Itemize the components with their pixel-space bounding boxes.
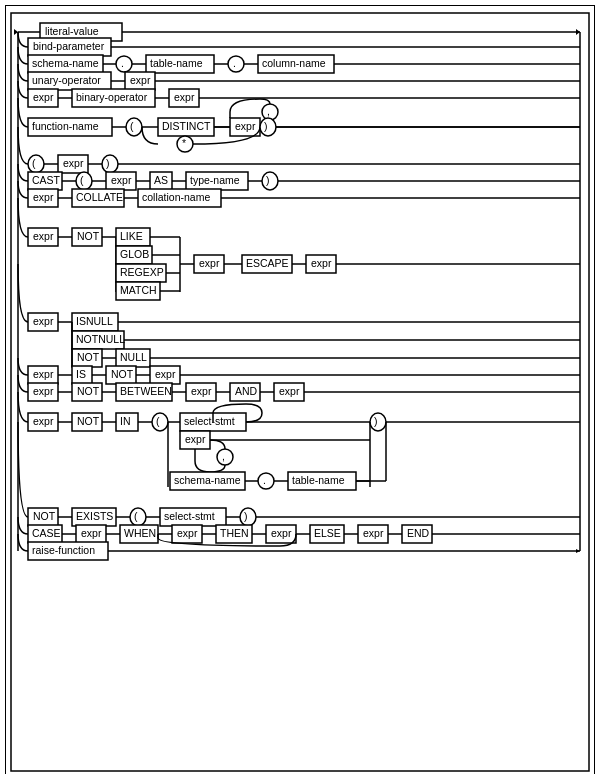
svg-text:NOT: NOT	[77, 351, 100, 363]
svg-rect-48	[260, 118, 276, 136]
svg-text:NULL: NULL	[120, 351, 147, 363]
svg-text:THEN: THEN	[220, 527, 249, 539]
svg-text:select-stmt: select-stmt	[164, 510, 215, 522]
svg-text:type-name: type-name	[190, 174, 240, 186]
svg-text:NOT: NOT	[77, 415, 100, 427]
svg-text:IN: IN	[120, 415, 131, 427]
svg-text:expr: expr	[279, 385, 300, 397]
svg-text:expr: expr	[174, 91, 195, 103]
svg-rect-35	[126, 118, 142, 136]
svg-text:NOT: NOT	[77, 385, 100, 397]
svg-text:.: .	[263, 474, 266, 486]
svg-rect-205	[130, 508, 146, 526]
svg-text:expr: expr	[191, 385, 212, 397]
svg-text:expr: expr	[235, 120, 256, 132]
svg-text:NOTNULL: NOTNULL	[76, 333, 125, 345]
svg-text:expr: expr	[155, 368, 176, 380]
column-name-label: column-name	[262, 57, 326, 69]
svg-text:expr: expr	[271, 527, 292, 539]
svg-text:(: (	[130, 120, 134, 132]
svg-text:expr: expr	[33, 191, 54, 203]
svg-rect-63	[76, 172, 92, 190]
svg-point-14	[228, 56, 244, 72]
svg-point-184	[258, 473, 274, 489]
svg-rect-172	[152, 413, 168, 431]
svg-rect-190	[370, 413, 386, 431]
svg-text:ELSE: ELSE	[314, 527, 341, 539]
svg-text:END: END	[407, 527, 430, 539]
svg-text:expr: expr	[63, 157, 84, 169]
svg-text:EXISTS: EXISTS	[76, 510, 113, 522]
svg-text:expr: expr	[311, 257, 332, 269]
literal-value-label: literal-value	[45, 25, 99, 37]
svg-text:LIKE: LIKE	[120, 230, 143, 242]
svg-text:schema-name: schema-name	[174, 474, 241, 486]
railroad-diagram: text { font-family: Arial, Helvetica, sa…	[5, 5, 595, 774]
svg-text:): )	[266, 174, 270, 186]
svg-text:function-name: function-name	[32, 120, 99, 132]
svg-text:expr: expr	[33, 368, 54, 380]
svg-rect-51	[28, 155, 44, 173]
svg-text:(: (	[134, 510, 138, 522]
schema-name-label: schema-name	[32, 57, 99, 69]
svg-text:.: .	[233, 57, 236, 69]
svg-text:NOT: NOT	[33, 510, 56, 522]
svg-text:AS: AS	[154, 174, 168, 186]
svg-text:): )	[264, 120, 268, 132]
svg-text:binary-operator: binary-operator	[76, 91, 148, 103]
svg-text:ISNULL: ISNULL	[76, 315, 113, 327]
svg-rect-57	[102, 155, 118, 173]
svg-text:expr: expr	[177, 527, 198, 539]
svg-text:IS: IS	[76, 368, 86, 380]
bind-parameter-label: bind-parameter	[33, 40, 105, 52]
svg-text:CAST: CAST	[32, 174, 61, 186]
svg-text:WHEN: WHEN	[124, 527, 156, 539]
svg-text:GLOB: GLOB	[120, 248, 149, 260]
svg-text:raise-function: raise-function	[32, 544, 95, 556]
svg-text:.: .	[121, 57, 124, 69]
svg-text:select-stmt: select-stmt	[184, 415, 235, 427]
svg-text:(: (	[80, 174, 84, 186]
svg-text:expr: expr	[33, 415, 54, 427]
svg-text:*: *	[182, 137, 186, 149]
table-name-label: table-name	[150, 57, 203, 69]
svg-text:expr: expr	[185, 433, 206, 445]
svg-text:expr: expr	[33, 91, 54, 103]
svg-point-179	[217, 449, 233, 465]
svg-point-9	[116, 56, 132, 72]
svg-text:table-name: table-name	[292, 474, 345, 486]
svg-text:REGEXP: REGEXP	[120, 266, 164, 278]
svg-text:expr: expr	[33, 230, 54, 242]
svg-text:): )	[374, 415, 378, 427]
svg-text:ESCAPE: ESCAPE	[246, 257, 289, 269]
svg-text:expr: expr	[81, 527, 102, 539]
svg-text:expr: expr	[33, 315, 54, 327]
svg-text:expr: expr	[363, 527, 384, 539]
svg-text:COLLATE: COLLATE	[76, 191, 123, 203]
diagram-svg: text { font-family: Arial, Helvetica, sa…	[10, 12, 590, 772]
svg-text:MATCH: MATCH	[120, 284, 157, 296]
svg-text:expr: expr	[199, 257, 220, 269]
svg-text:expr: expr	[33, 385, 54, 397]
expr-label-r4: expr	[130, 74, 151, 86]
svg-text:collation-name: collation-name	[142, 191, 210, 203]
svg-text:BETWEEN: BETWEEN	[120, 385, 172, 397]
svg-text:): )	[106, 157, 110, 169]
unary-operator-label: unary-operator	[32, 74, 101, 86]
svg-text:AND: AND	[235, 385, 258, 397]
svg-text:NOT: NOT	[111, 368, 134, 380]
svg-rect-211	[240, 508, 256, 526]
svg-rect-75	[262, 172, 278, 190]
svg-text:expr: expr	[111, 174, 132, 186]
svg-text:,: ,	[267, 105, 270, 117]
svg-text:,: ,	[222, 450, 225, 462]
svg-text:CASE: CASE	[32, 527, 61, 539]
svg-text:(: (	[32, 157, 36, 169]
svg-text:NOT: NOT	[77, 230, 100, 242]
svg-text:(: (	[156, 415, 160, 427]
svg-text:): )	[244, 510, 248, 522]
svg-text:DISTINCT: DISTINCT	[162, 120, 211, 132]
